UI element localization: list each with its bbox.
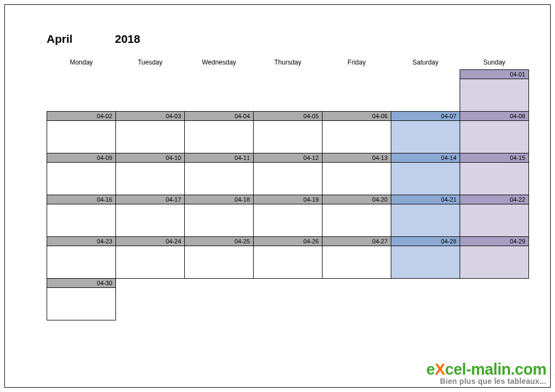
date-body[interactable] [116, 163, 185, 195]
date-body[interactable] [322, 246, 391, 279]
date-body[interactable] [185, 121, 254, 153]
date-header: 04-02 [47, 112, 116, 121]
dow-sun: Sunday [460, 59, 529, 70]
date-header: 04-22 [460, 195, 529, 204]
date-header: 04-24 [116, 237, 185, 246]
date-header: 04-16 [47, 195, 116, 204]
empty-cell [254, 279, 322, 288]
date-body[interactable] [47, 121, 116, 153]
empty-cell [254, 288, 322, 320]
date-body[interactable] [47, 204, 116, 237]
footer: eXcel-malin.com Bien plus que les tablea… [427, 361, 546, 385]
month-label: April [47, 33, 115, 46]
date-body[interactable] [116, 246, 185, 279]
empty-cell [185, 288, 254, 320]
date-header: 04-20 [322, 195, 391, 204]
date-header: 04-08 [460, 112, 529, 121]
calendar-content: April 2018 Monday Tuesday Wednesday Thur… [47, 33, 529, 320]
date-body[interactable] [254, 246, 322, 279]
date-body[interactable] [254, 204, 322, 237]
empty-cell [116, 279, 185, 288]
date-body[interactable] [254, 163, 322, 195]
date-body[interactable] [116, 204, 185, 237]
empty-cell [254, 70, 322, 79]
date-body[interactable] [460, 246, 529, 279]
date-body[interactable] [391, 204, 460, 237]
empty-cell [391, 288, 460, 320]
brand-x: X [435, 361, 445, 378]
empty-cell [460, 279, 529, 288]
date-header: 04-18 [185, 195, 254, 204]
date-body[interactable] [47, 246, 116, 279]
date-header: 04-07 [391, 112, 460, 121]
empty-cell [185, 279, 254, 288]
empty-cell [322, 70, 391, 79]
date-header: 04-03 [116, 112, 185, 121]
date-header: 04-13 [322, 153, 391, 163]
date-body[interactable] [322, 163, 391, 195]
date-header: 04-30 [47, 279, 116, 288]
date-body[interactable] [460, 79, 529, 112]
empty-cell [322, 288, 391, 320]
empty-cell [116, 79, 185, 112]
date-body[interactable] [47, 163, 116, 195]
date-body[interactable] [47, 288, 116, 320]
date-header: 04-14 [391, 153, 460, 163]
day-of-week-row: Monday Tuesday Wednesday Thursday Friday… [47, 59, 529, 70]
date-header: 04-05 [254, 112, 322, 121]
empty-cell [185, 70, 254, 79]
date-header: 04-06 [322, 112, 391, 121]
date-header: 04-04 [185, 112, 254, 121]
date-header: 04-25 [185, 237, 254, 246]
date-header: 04-09 [47, 153, 116, 163]
date-body[interactable] [322, 204, 391, 237]
date-header: 04-11 [185, 153, 254, 163]
date-header: 04-26 [254, 237, 322, 246]
date-header: 04-21 [391, 195, 460, 204]
date-header: 04-17 [116, 195, 185, 204]
date-body[interactable] [460, 163, 529, 195]
brand-post: cel-malin.com [445, 361, 546, 378]
date-body[interactable] [185, 163, 254, 195]
date-body[interactable] [391, 246, 460, 279]
empty-cell [47, 79, 116, 112]
date-header: 04-10 [116, 153, 185, 163]
empty-cell [322, 279, 391, 288]
empty-cell [47, 70, 116, 79]
empty-cell [116, 288, 185, 320]
date-body[interactable] [460, 204, 529, 237]
title-row: April 2018 [47, 33, 529, 46]
date-body[interactable] [185, 246, 254, 279]
dow-wed: Wednesday [185, 59, 254, 70]
date-header: 04-15 [460, 153, 529, 163]
brand-pre: e [427, 361, 435, 378]
dow-thu: Thursday [254, 59, 322, 70]
date-header: 04-01 [460, 70, 529, 79]
empty-cell [391, 70, 460, 79]
empty-cell [391, 279, 460, 288]
date-body[interactable] [391, 163, 460, 195]
footer-brand: eXcel-malin.com [427, 361, 546, 377]
date-header: 04-27 [322, 237, 391, 246]
date-header: 04-28 [391, 237, 460, 246]
date-body[interactable] [116, 121, 185, 153]
date-header: 04-23 [47, 237, 116, 246]
empty-cell [116, 70, 185, 79]
dow-fri: Friday [322, 59, 391, 70]
empty-cell [185, 79, 254, 112]
date-body[interactable] [460, 121, 529, 153]
empty-cell [391, 79, 460, 112]
date-body[interactable] [185, 204, 254, 237]
dow-mon: Monday [47, 59, 116, 70]
date-body[interactable] [391, 121, 460, 153]
calendar-grid: Monday Tuesday Wednesday Thursday Friday… [47, 59, 529, 320]
dow-sat: Saturday [391, 59, 460, 70]
empty-cell [322, 79, 391, 112]
date-body[interactable] [254, 121, 322, 153]
footer-tagline: Bien plus que les tableaux... [427, 377, 546, 385]
date-header: 04-12 [254, 153, 322, 163]
dow-tue: Tuesday [116, 59, 185, 70]
empty-cell [460, 288, 529, 320]
date-header: 04-19 [254, 195, 322, 204]
date-body[interactable] [322, 121, 391, 153]
